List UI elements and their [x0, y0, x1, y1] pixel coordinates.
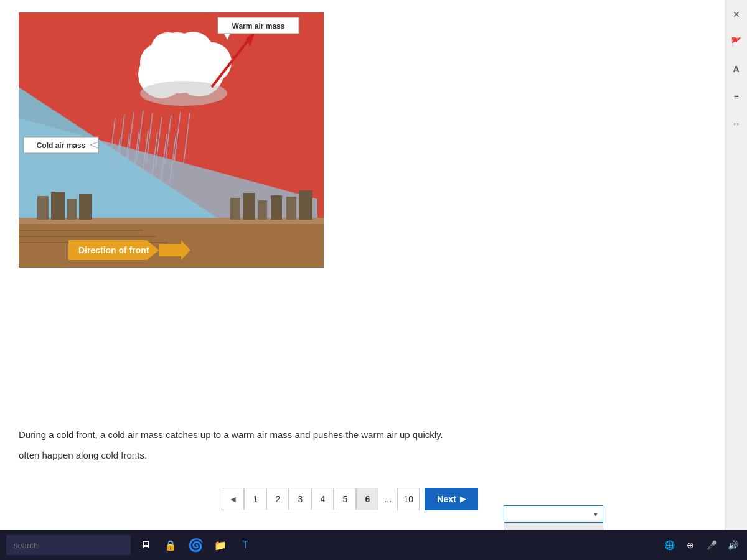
page-ellipsis: ... [378, 488, 397, 510]
next-button[interactable]: Next ▶ [425, 488, 477, 510]
taskbar-plus-icon[interactable]: ⊕ [682, 537, 698, 553]
taskbar-app-icon-4[interactable]: 📁 [210, 535, 230, 555]
dropdown-container[interactable]: ▼ Low humidity Sunny skies Thunderstorms [504, 505, 603, 523]
taskbar-app-icon-1[interactable]: 🖥 [136, 535, 156, 555]
svg-point-41 [151, 32, 186, 67]
question-sentence-1: During a cold front, a cold air mass cat… [19, 429, 443, 440]
svg-rect-13 [243, 193, 255, 220]
taskbar-globe-icon[interactable]: 🌐 [661, 537, 677, 553]
question-text-2: often happen along cold fronts. [19, 450, 687, 460]
taskbar-volume-icon[interactable]: 🔊 [725, 537, 741, 553]
svg-rect-12 [230, 198, 240, 220]
notes-icon[interactable]: ≡ [728, 88, 745, 105]
svg-rect-10 [67, 199, 77, 220]
page-10-button[interactable]: 10 [397, 488, 420, 510]
svg-rect-11 [79, 194, 92, 220]
page-5-button[interactable]: 5 [334, 488, 356, 510]
question-area: During a cold front, a cold air mass cat… [19, 427, 687, 460]
svg-rect-15 [271, 195, 282, 220]
flag-icon[interactable]: 🚩 [728, 34, 745, 50]
taskbar-right: 🌐 ⊕ 🎤 🔊 [661, 537, 741, 553]
svg-rect-9 [51, 192, 65, 220]
taskbar-app-icon-3[interactable]: 🌀 [186, 535, 205, 555]
page-2-button[interactable]: 2 [266, 488, 289, 510]
close-icon[interactable]: ✕ [728, 6, 745, 22]
page-1-button[interactable]: 1 [244, 488, 266, 510]
svg-text:Cold air mass: Cold air mass [37, 141, 86, 150]
diagram-container: Warm air mass Cold air mass Direction of… [19, 12, 324, 268]
taskbar: 🖥 🔒 🌀 📁 T 🌐 ⊕ 🎤 🔊 [0, 530, 747, 560]
taskbar-search-input[interactable] [6, 535, 131, 555]
prev-page-button[interactable]: ◄ [222, 488, 244, 510]
page-6-button[interactable]: 6 [356, 488, 378, 510]
chevron-down-icon: ▼ [593, 511, 599, 518]
taskbar-app-icon-5[interactable]: T [235, 535, 255, 555]
svg-rect-16 [286, 197, 296, 220]
svg-rect-14 [258, 200, 267, 220]
expand-icon[interactable]: ↔ [728, 116, 745, 132]
taskbar-mic-icon[interactable]: 🎤 [703, 537, 720, 553]
next-arrow-icon: ▶ [460, 495, 466, 503]
dropdown-trigger[interactable]: ▼ [504, 505, 603, 523]
page-4-button[interactable]: 4 [311, 488, 334, 510]
direction-label: Direction of front [68, 240, 159, 260]
svg-marker-51 [159, 240, 190, 260]
text-size-icon[interactable]: A [728, 61, 745, 77]
right-sidebar: ✕ 🚩 A ≡ ↔ ‹ [725, 0, 747, 560]
direction-section: Direction of front [68, 239, 190, 261]
main-content: Warm air mass Cold air mass Direction of… [0, 0, 725, 560]
svg-text:Warm air mass: Warm air mass [232, 22, 285, 30]
question-text-1: During a cold front, a cold air mass cat… [19, 427, 687, 442]
question-sentence-2: often happen along cold fronts. [19, 450, 147, 460]
svg-rect-17 [299, 190, 312, 220]
page-3-button[interactable]: 3 [289, 488, 311, 510]
taskbar-app-icon-2[interactable]: 🔒 [161, 535, 181, 555]
next-button-label: Next [437, 494, 456, 504]
svg-rect-8 [37, 196, 49, 220]
